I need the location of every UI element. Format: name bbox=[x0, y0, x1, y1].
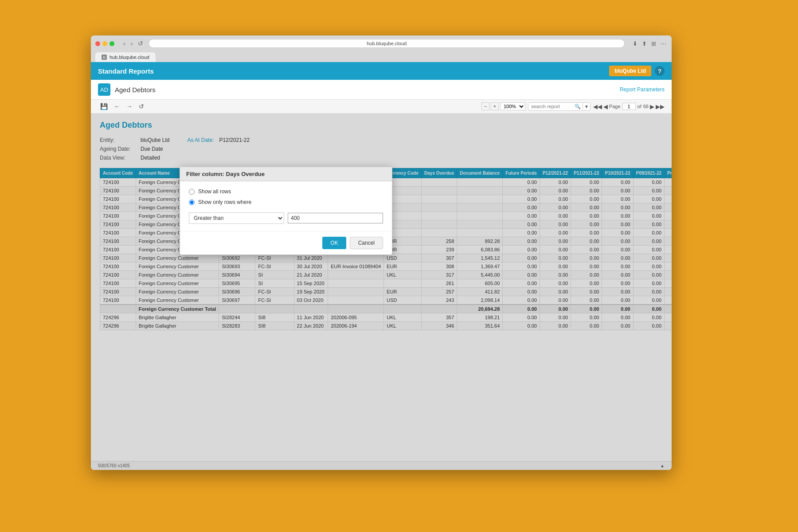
radio-where-label: Show only rows where bbox=[198, 199, 251, 205]
page-header: AD Aged Debtors Report Parameters bbox=[91, 80, 672, 100]
search-button[interactable]: 🔍 bbox=[573, 103, 583, 110]
toolbar: 💾 ← → ↺ − + 100% 🔍 ▼ ◀◀ ◀ Page bbox=[91, 100, 672, 113]
modal-radio-group: Show all rows Show only rows where bbox=[189, 188, 383, 205]
toolbar-right: − + 100% 🔍 ▼ ◀◀ ◀ Page of 68 bbox=[481, 102, 665, 111]
modal-body: Show all rows Show only rows where Great… bbox=[180, 181, 392, 231]
browser-chrome: ‹ › ↺ hub.bluqube.cloud ⬇ ⬆ ⊞ ⋯ B hub.bl… bbox=[91, 35, 672, 62]
modal-footer: OK Cancel bbox=[180, 231, 392, 254]
browser-actions: ⬇ ⬆ ⊞ ⋯ bbox=[632, 39, 667, 48]
download-icon[interactable]: ⬇ bbox=[632, 39, 638, 48]
filter-value-input[interactable] bbox=[288, 213, 383, 223]
modal-title: Filter column: Days Overdue bbox=[180, 167, 392, 181]
active-tab[interactable]: B hub.bluqube.cloud bbox=[95, 52, 156, 62]
help-button[interactable]: ? bbox=[655, 66, 665, 76]
modal-overlay: Filter column: Days Overdue Show all row… bbox=[91, 113, 672, 470]
tab-label: hub.bluqube.cloud bbox=[110, 55, 149, 60]
page-icon: AD bbox=[98, 83, 110, 96]
page-info: Page of 68 bbox=[609, 103, 649, 110]
report-parameters-button[interactable]: Report Parameters bbox=[620, 86, 665, 93]
search-container: 🔍 ▼ bbox=[528, 102, 591, 111]
radio-where-rows[interactable]: Show only rows where bbox=[189, 199, 383, 205]
nav-first-button[interactable]: ◀◀ bbox=[593, 103, 602, 110]
address-bar[interactable]: hub.bluqube.cloud bbox=[149, 39, 625, 48]
save-icon[interactable]: 💾 bbox=[98, 102, 110, 111]
browser-nav: ‹ › ↺ bbox=[121, 39, 145, 48]
modal-filter-row: Greater than Less than Equal to Not equa… bbox=[189, 212, 383, 224]
filter-dialog: Filter column: Days Overdue Show all row… bbox=[180, 167, 392, 255]
maximize-button[interactable] bbox=[110, 41, 114, 46]
page-header-left: AD Aged Debtors bbox=[98, 83, 156, 96]
zoom-in-button[interactable]: + bbox=[491, 102, 499, 110]
app-header: Standard Reports bluQube Ltd ? bbox=[91, 62, 672, 80]
search-input[interactable] bbox=[528, 103, 573, 110]
zoom-controls: − + 100% bbox=[481, 102, 525, 110]
toolbar-left: 💾 ← → ↺ bbox=[98, 102, 146, 111]
forward-icon[interactable]: → bbox=[124, 102, 135, 111]
back-button[interactable]: ‹ bbox=[121, 39, 127, 48]
browser-titlebar: ‹ › ↺ hub.bluqube.cloud ⬇ ⬆ ⊞ ⋯ bbox=[95, 39, 667, 48]
page-title: Aged Debtors bbox=[115, 86, 156, 94]
radio-all-input[interactable] bbox=[189, 189, 195, 195]
radio-all-label: Show all rows bbox=[198, 188, 231, 195]
search-dropdown-button[interactable]: ▼ bbox=[583, 103, 590, 110]
back-icon[interactable]: ← bbox=[112, 102, 122, 111]
ok-button[interactable]: OK bbox=[322, 237, 346, 249]
company-button[interactable]: bluQube Ltd bbox=[609, 66, 651, 76]
browser-tabs: B hub.bluqube.cloud bbox=[95, 52, 667, 62]
more-icon[interactable]: ⋯ bbox=[660, 39, 667, 48]
close-button[interactable] bbox=[95, 41, 100, 46]
nav-prev-button[interactable]: ◀ bbox=[603, 103, 608, 110]
browser-window: ‹ › ↺ hub.bluqube.cloud ⬇ ⬆ ⊞ ⋯ B hub.bl… bbox=[91, 35, 672, 470]
duplicate-icon[interactable]: ⊞ bbox=[650, 39, 657, 48]
tab-favicon: B bbox=[102, 55, 107, 60]
app-title: Standard Reports bbox=[98, 67, 154, 75]
page-number-input[interactable] bbox=[622, 103, 636, 110]
radio-where-input[interactable] bbox=[189, 200, 195, 205]
header-right: bluQube Ltd ? bbox=[609, 66, 665, 76]
page-total: 68 bbox=[643, 104, 649, 109]
forward-button[interactable]: › bbox=[129, 39, 135, 48]
share-icon[interactable]: ⬆ bbox=[641, 39, 648, 48]
traffic-lights bbox=[95, 41, 114, 46]
filter-operator-select[interactable]: Greater than Less than Equal to Not equa… bbox=[189, 212, 284, 224]
zoom-out-button[interactable]: − bbox=[481, 102, 489, 110]
zoom-select[interactable]: 100% bbox=[500, 102, 525, 110]
nav-next-button[interactable]: ▶ bbox=[650, 103, 654, 110]
radio-all-rows[interactable]: Show all rows bbox=[189, 188, 383, 195]
page-label: Page bbox=[609, 104, 621, 109]
cancel-button[interactable]: Cancel bbox=[350, 237, 383, 249]
report-content: Aged Debtors Entity: bluQube Ltd Ageing … bbox=[91, 113, 672, 470]
refresh-button[interactable]: ↺ bbox=[136, 39, 145, 48]
nav-last-button[interactable]: ▶▶ bbox=[656, 103, 665, 110]
nav-controls: ◀◀ ◀ Page of 68 ▶ ▶▶ bbox=[593, 103, 665, 110]
minimize-button[interactable] bbox=[102, 41, 107, 46]
refresh-icon[interactable]: ↺ bbox=[137, 102, 146, 111]
of-label: of bbox=[638, 104, 642, 109]
